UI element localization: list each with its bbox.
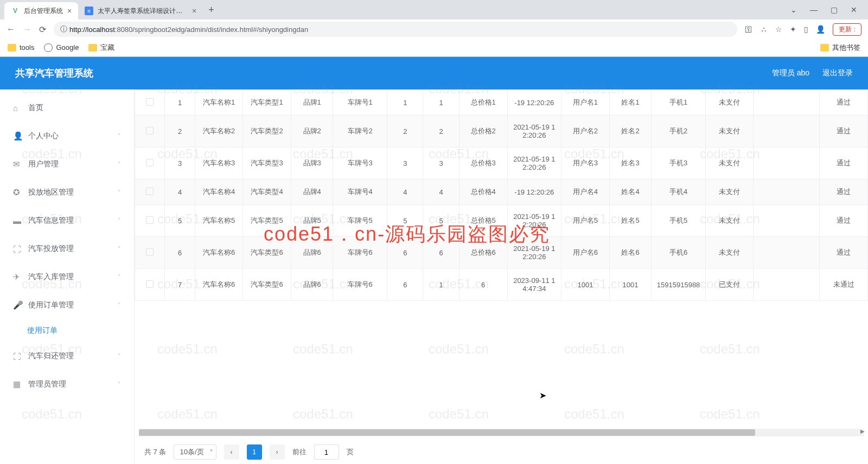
menu-icon: 👤: [13, 131, 23, 141]
sidebar-item-4[interactable]: ▬汽车信息管理˅: [0, 207, 134, 235]
new-tab-button[interactable]: +: [203, 4, 220, 16]
cell-price: 总价格1: [459, 90, 507, 115]
maximize-icon[interactable]: ▢: [831, 5, 838, 14]
star-icon[interactable]: ☆: [775, 25, 782, 34]
cell-c2: 2: [423, 115, 459, 147]
chevron-down-icon: ˅: [118, 353, 121, 360]
row-checkbox[interactable]: [146, 248, 154, 256]
cell-phone: 手机4: [652, 179, 706, 205]
close-icon[interactable]: ×: [67, 7, 72, 15]
prev-page-button[interactable]: ‹: [224, 444, 239, 460]
close-icon[interactable]: ×: [192, 7, 196, 15]
folder-icon: [88, 44, 97, 51]
other-bookmarks[interactable]: 其他书签: [820, 43, 860, 53]
cell-pay: 未支付: [705, 90, 754, 115]
cell-user: 用户名2: [561, 115, 610, 147]
menu-icon: ⛶: [13, 352, 23, 361]
cell-plate: 车牌号6: [333, 237, 387, 269]
cell-price: 总价格4: [459, 179, 507, 205]
logout-link[interactable]: 退出登录: [822, 68, 853, 78]
cell-status: 未通过: [820, 269, 868, 301]
chevron-down-icon: ˅: [118, 217, 121, 224]
reload-icon[interactable]: ⟳: [39, 24, 46, 35]
minimize-icon[interactable]: —: [810, 5, 818, 14]
sidebar-item-0[interactable]: ⌂首页: [0, 94, 134, 122]
profile-icon[interactable]: 👤: [816, 25, 825, 34]
sidebar-item-5[interactable]: ⛶汽车投放管理˅: [0, 235, 134, 263]
translate-icon[interactable]: ⛬: [760, 25, 768, 34]
url-input[interactable]: ⓘ http://localhost :8080/springboot2eidg…: [54, 22, 737, 37]
menu-label: 使用订单管理: [28, 300, 74, 310]
menu-icon: ▦: [13, 379, 23, 389]
update-button[interactable]: 更新 :: [833, 23, 861, 36]
cell-c1: 6: [387, 269, 423, 301]
chevron-up-icon: ˄: [118, 302, 121, 309]
row-checkbox[interactable]: [146, 159, 154, 166]
cell-type: 汽车类型3: [243, 147, 291, 179]
table-row: 6汽车名称6汽车类型6品牌6车牌号666总价格62021-05-19 12:20…: [135, 237, 868, 269]
row-checkbox[interactable]: [146, 127, 154, 134]
table-row: 2汽车名称2汽车类型2品牌2车牌号222总价格22021-05-19 12:20…: [135, 115, 868, 147]
row-checkbox[interactable]: [146, 98, 154, 106]
browser-chrome: V 后台管理系统 × ≡ 太平人寿签章系统详细设计文档 × + ⌄ — ▢ ✕ …: [0, 0, 868, 57]
cell-price: 6: [459, 269, 507, 301]
cell-time: 2021-05-19 12:20:26: [507, 237, 561, 269]
cell-user: 用户名6: [561, 237, 610, 269]
sidebar-item-6[interactable]: ✈汽车入库管理˅: [0, 263, 134, 291]
info-icon[interactable]: ⓘ: [60, 24, 67, 34]
chevron-down-icon[interactable]: ⌄: [790, 5, 797, 14]
scrollbar-thumb[interactable]: [139, 429, 755, 436]
scroll-right-icon[interactable]: ▶: [860, 428, 865, 434]
horizontal-scrollbar[interactable]: ▶: [139, 429, 864, 436]
panel-icon[interactable]: ▯: [804, 25, 808, 34]
cell-brand: 品牌2: [291, 115, 333, 147]
cell-c2: 5: [423, 205, 459, 237]
sidebar-item-3[interactable]: ✪投放地区管理˅: [0, 178, 134, 207]
cell-brand: 品牌3: [291, 147, 333, 179]
row-checkbox[interactable]: [146, 216, 154, 224]
cell-blank: [754, 90, 820, 115]
bookmark-baozang[interactable]: 宝藏: [88, 43, 114, 53]
key-icon[interactable]: ⚿: [745, 25, 752, 34]
forward-icon[interactable]: →: [23, 24, 31, 34]
sidebar-subitem[interactable]: 使用订单: [0, 319, 134, 342]
table-row: 1汽车名称1汽车类型1品牌1车牌号111总价格1-19 12:20:26用户名1…: [135, 90, 868, 115]
cell-name: 汽车名称3: [195, 147, 243, 179]
cell-index: 1: [165, 90, 195, 115]
sidebar-item-2[interactable]: ✉用户管理˅: [0, 150, 134, 178]
menu-label: 汽车入库管理: [28, 272, 74, 282]
cell-c1: 4: [387, 179, 423, 205]
bookmark-google[interactable]: Google: [44, 43, 79, 52]
cell-index: 6: [165, 237, 195, 269]
tab-bar: V 后台管理系统 × ≡ 太平人寿签章系统详细设计文档 × + ⌄ — ▢ ✕: [0, 0, 868, 20]
doc-icon: ≡: [85, 7, 93, 15]
back-icon[interactable]: ←: [7, 24, 15, 34]
cell-price: 总价格2: [459, 115, 507, 147]
sidebar-item-9[interactable]: ▦管理员管理˅: [0, 370, 134, 398]
menu-icon: ▬: [13, 216, 23, 225]
table-wrap[interactable]: 1汽车名称1汽车类型1品牌1车牌号111总价格1-19 12:20:26用户名1…: [135, 89, 868, 429]
sidebar-item-8[interactable]: ⛶汽车归还管理˅: [0, 342, 134, 370]
browser-tab-2[interactable]: ≡ 太平人寿签章系统详细设计文档 ×: [78, 2, 203, 20]
page-size-select[interactable]: 10条/页: [174, 444, 216, 460]
sidebar-item-1[interactable]: 👤个人中心˅: [0, 122, 134, 150]
bookmark-tools[interactable]: tools: [8, 43, 34, 51]
cell-brand: 品牌1: [291, 90, 333, 115]
url-path: :8080/springboot2eidg/admin/dist/index.h…: [115, 25, 308, 34]
next-page-button[interactable]: ›: [270, 444, 285, 460]
row-checkbox[interactable]: [146, 280, 154, 288]
cell-brand: 品牌5: [291, 205, 333, 237]
browser-tab-1[interactable]: V 后台管理系统 ×: [4, 2, 78, 20]
cell-c1: 6: [387, 237, 423, 269]
cell-index: 3: [165, 147, 195, 179]
user-label[interactable]: 管理员 abo: [772, 68, 809, 78]
cell-status: 通过: [820, 237, 868, 269]
row-checkbox[interactable]: [146, 188, 154, 195]
page-1-button[interactable]: 1: [247, 444, 262, 460]
cell-phone: 手机1: [652, 90, 706, 115]
cell-uname: 姓名3: [609, 147, 652, 179]
close-window-icon[interactable]: ✕: [851, 5, 857, 14]
jump-input[interactable]: [314, 444, 339, 460]
extensions-icon[interactable]: ✦: [790, 25, 796, 34]
sidebar-item-7[interactable]: 🎤使用订单管理˄: [0, 291, 134, 319]
